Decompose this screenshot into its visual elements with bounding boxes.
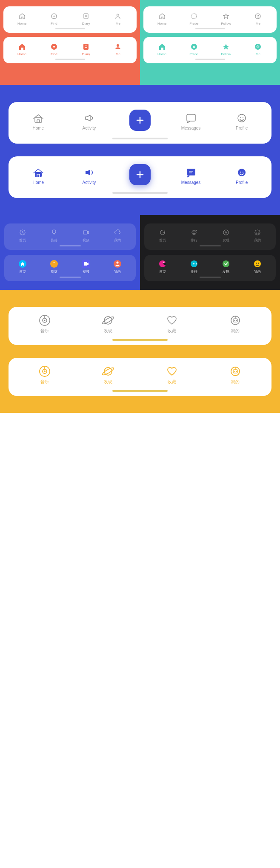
yellow-music-active-label: 音乐 — [40, 379, 49, 385]
teal-probe-label: Probe — [189, 22, 198, 25]
blue-active-card: Home Activity — [9, 156, 271, 198]
blue-profile-inactive[interactable]: Profile — [216, 112, 267, 130]
teal-section: Home Probe Follow — [140, 0, 280, 85]
teal-home-active-icon — [157, 42, 167, 51]
plus-button-active[interactable] — [129, 164, 151, 185]
cn-kui-inactive[interactable]: 葵葵 — [38, 228, 70, 243]
blue-plus-item[interactable] — [114, 110, 166, 133]
coral-diary-label: Diary — [82, 22, 90, 25]
cn-me-active-icon — [113, 259, 122, 269]
dark-rank-active-label: 排行 — [191, 269, 197, 274]
coral-home-inactive[interactable]: Home — [6, 11, 38, 25]
coral-active-indicator — [55, 59, 85, 60]
teal-home-active[interactable]: Home — [146, 42, 178, 56]
coral-inactive-indicator — [55, 28, 85, 29]
coral-home-label: Home — [17, 22, 26, 25]
coral-find-inactive[interactable]: Find — [38, 11, 70, 25]
svg-point-63 — [258, 232, 259, 233]
blue-section: Home Activity — [0, 85, 280, 215]
svg-point-93 — [234, 371, 235, 372]
cn-kui-active-label: 葵葵 — [51, 269, 57, 274]
dark-me-active[interactable]: 我的 — [242, 259, 273, 274]
teal-me-label: Me — [256, 22, 260, 25]
cn-kui-active[interactable]: 葵葵 — [38, 259, 70, 274]
cn-me-active-label: 我的 — [114, 269, 121, 274]
blue-activity-label: Activity — [83, 126, 96, 130]
blue-profile-active[interactable]: Profile — [216, 167, 267, 185]
coral-me-active[interactable]: Me — [102, 42, 134, 56]
svg-point-81 — [234, 320, 235, 321]
dark-home-active-label: 首页 — [159, 269, 166, 274]
dark-discover-active-label: 发现 — [223, 269, 229, 274]
coral-me-inactive[interactable]: Me — [102, 11, 134, 25]
teal-follow-active-label: Follow — [221, 52, 231, 56]
message-active-icon — [185, 167, 197, 178]
cn-me-active[interactable]: 我的 — [102, 259, 133, 274]
svg-point-72 — [258, 263, 259, 263]
blue-home-inactive[interactable]: Home — [13, 112, 64, 130]
svg-point-57 — [192, 230, 196, 235]
blue-inactive-row: Home Activity — [13, 110, 267, 136]
yellow-collect-label: 收藏 — [168, 328, 176, 334]
yellow-me-active[interactable]: 我的 — [204, 365, 268, 385]
teal-probe-active[interactable]: Probe — [178, 42, 210, 56]
blue-messages-inactive[interactable]: Messages — [166, 112, 217, 130]
coral-home-active[interactable]: Home — [6, 42, 38, 56]
cn-me-inactive[interactable]: 我约 — [102, 228, 133, 243]
svg-point-56 — [116, 262, 118, 264]
yellow-collect-inactive[interactable]: 收藏 — [140, 314, 204, 334]
coral-find-active[interactable]: Find — [38, 42, 70, 56]
yellow-music-inactive[interactable]: 音乐 — [13, 314, 77, 334]
svg-point-82 — [236, 320, 237, 321]
blue-activity-inactive[interactable]: Activity — [64, 112, 115, 130]
probe-icon — [189, 11, 199, 21]
blue-messages-active[interactable]: Messages — [166, 167, 217, 185]
dark-rank-active[interactable]: 排行 — [178, 259, 210, 274]
teal-follow-inactive[interactable]: Follow — [210, 11, 242, 25]
blue-home-active-icon — [32, 167, 44, 178]
teal-follow-active[interactable]: Follow — [210, 42, 242, 56]
coral-active-row: Home Find — [6, 42, 134, 59]
cn-home-active[interactable]: 首页 — [7, 259, 38, 274]
svg-marker-13 — [223, 14, 229, 19]
dark-cn-section: 首页 排行 — [140, 215, 280, 290]
svg-point-55 — [114, 260, 121, 268]
dark-discover-inactive[interactable]: 发现 — [210, 228, 242, 243]
cn-bulb-icon — [49, 228, 59, 237]
coral-diary-inactive[interactable]: Diary — [70, 11, 102, 25]
teal-me-active[interactable]: Me — [242, 42, 274, 56]
yellow-me-inactive[interactable]: 我的 — [204, 314, 268, 334]
teal-me-inactive[interactable]: Me — [242, 11, 274, 25]
plus-button-inactive[interactable] — [129, 110, 151, 131]
teal-home-inactive[interactable]: Home — [146, 11, 178, 25]
dark-home-active[interactable]: 首页 — [147, 259, 178, 274]
compass-active-icon — [49, 42, 59, 51]
cn-video-active[interactable]: 视频 — [70, 259, 102, 274]
cn-home-inactive[interactable]: 首页 — [7, 228, 38, 243]
dark-me-inactive[interactable]: 我的 — [242, 228, 273, 243]
dark-circle-green-icon — [221, 259, 231, 269]
teal-active-card: Home Probe — [143, 37, 277, 63]
star-active-icon — [221, 42, 231, 51]
dark-rank-inactive[interactable]: 排行 — [178, 228, 210, 243]
svg-point-61 — [255, 230, 260, 235]
coral-diary-active[interactable]: Diary — [70, 42, 102, 56]
blue-plus-active-item[interactable] — [114, 164, 166, 187]
yellow-discover-active[interactable]: 发现 — [77, 365, 140, 385]
svg-rect-50 — [83, 231, 87, 234]
yellow-collect-active[interactable]: 收藏 — [140, 365, 204, 385]
blue-home-icon — [32, 112, 44, 124]
dark-home-inactive[interactable]: 首页 — [147, 228, 178, 243]
cn-video-inactive[interactable]: 视频 — [70, 228, 102, 243]
yellow-active-row: 音乐 发现 收藏 — [13, 365, 267, 388]
teal-probe-inactive[interactable]: Probe — [178, 11, 210, 25]
teal-follow-label: Follow — [221, 22, 231, 25]
svg-point-96 — [235, 367, 236, 368]
blue-activity-active[interactable]: Activity — [64, 167, 115, 185]
dark-discover-active[interactable]: 发现 — [210, 259, 242, 274]
yellow-discover-inactive[interactable]: 发现 — [77, 314, 140, 334]
svg-point-12 — [191, 14, 197, 19]
blue-home-label: Home — [32, 126, 44, 130]
blue-home-active[interactable]: Home — [13, 167, 64, 185]
yellow-music-active[interactable]: 音乐 — [13, 365, 77, 385]
